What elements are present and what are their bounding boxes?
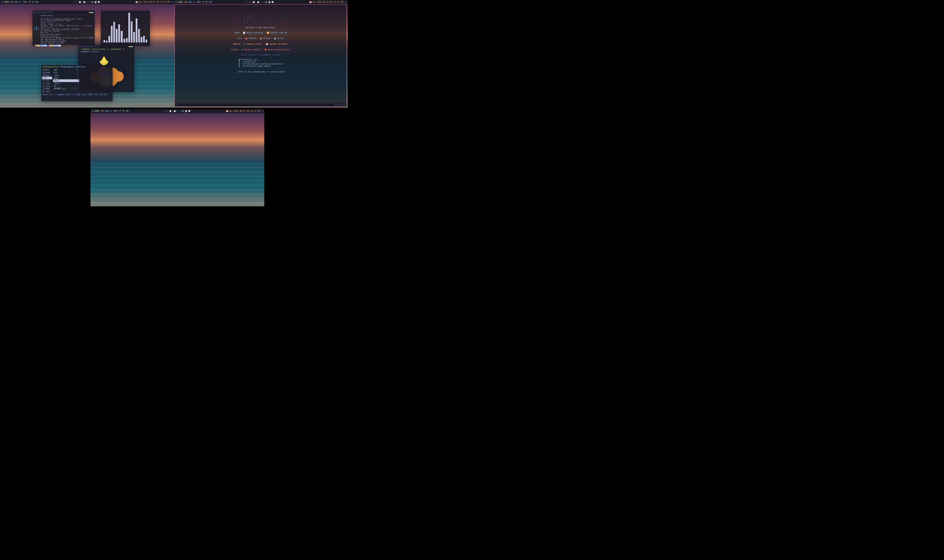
emacs-link[interactable]: Git bbox=[238, 37, 241, 40]
window-titlebar[interactable]: emmet@snowfire:~ bbox=[79, 45, 134, 48]
link-icon: 🍵 bbox=[274, 37, 278, 40]
list-item[interactable]: system bbox=[42, 71, 52, 74]
emacs-link[interactable]: Agenda calendar! bbox=[270, 43, 288, 45]
tray-icon[interactable]: ✏ bbox=[88, 1, 89, 3]
tray-icon[interactable]: 💾 bbox=[185, 110, 187, 112]
checkbox-icon[interactable]: ☑ bbox=[236, 71, 238, 73]
list-item[interactable]: LICEN… bbox=[42, 88, 52, 90]
list-item[interactable]: lang6 bbox=[53, 74, 79, 77]
emacs-link[interactable]: Agenda bbox=[233, 43, 240, 45]
list-item[interactable]: README.org2.62 K bbox=[53, 88, 79, 90]
tray-icon[interactable]: 📷 bbox=[91, 1, 94, 3]
emacs-link[interactable]: GitHub bbox=[249, 37, 256, 40]
ranger-col-current[interactable]: app10bin2lang6pkgs6shell2style4wm4README… bbox=[52, 69, 80, 93]
tray-icon[interactable]: 📷 bbox=[182, 110, 184, 112]
tray-icon[interactable]: ✏ bbox=[178, 110, 179, 112]
folder-icon: 🗎 bbox=[239, 63, 241, 65]
list-item[interactable]: i….org bbox=[42, 85, 52, 88]
project-item[interactable]: 🗎 ~/.dotfiles/ bbox=[239, 61, 283, 63]
tray-icon[interactable]: ∞ bbox=[275, 1, 276, 3]
tray-icon[interactable]: ⬚1 bbox=[72, 1, 74, 3]
close-icon[interactable] bbox=[79, 46, 81, 48]
tray-icon[interactable]: ∞ bbox=[101, 1, 102, 3]
tray-icon[interactable]: ⬚1 bbox=[162, 110, 165, 112]
ranger-col-parent[interactable]: profi…systemthemesuserf….lo…f….nixi….org… bbox=[42, 69, 52, 93]
emacs-link[interactable]: System config! bbox=[244, 49, 261, 51]
tray-icon[interactable]: 💾 bbox=[94, 1, 97, 3]
emacs-link[interactable]: Roam bbox=[234, 32, 239, 34]
bar-stat: 20% bbox=[105, 110, 108, 112]
terminal-neofetch[interactable]: emmet@snowfire emmet@snowfire ----------… bbox=[32, 11, 95, 45]
rainbow-icon bbox=[89, 12, 93, 13]
tray-icon[interactable]: 📋4 bbox=[174, 110, 177, 112]
emacs-link[interactable]: GitLab bbox=[263, 37, 270, 40]
svg-marker-4 bbox=[34, 29, 35, 29]
prompt-line: > pokemon-colorscripts -n crawdaunt -s bbox=[79, 48, 134, 51]
tray-icon[interactable]: 💬 bbox=[188, 110, 191, 112]
list-item[interactable]: wm4 bbox=[53, 85, 79, 88]
tray-icon[interactable]: 📋4 bbox=[83, 1, 87, 3]
emacs-link[interactable]: Doom documentation! bbox=[268, 49, 291, 51]
tray-icon[interactable]: ✏ bbox=[261, 1, 262, 3]
list-item[interactable]: pkgs6 bbox=[53, 77, 79, 79]
tray-icon[interactable]: 📋4 bbox=[257, 1, 261, 3]
emacs-link[interactable]: Switch roam db bbox=[270, 32, 287, 34]
tray-icon[interactable]: 📋3 bbox=[169, 110, 173, 112]
tray-icon[interactable]: ⚙ bbox=[89, 1, 91, 3]
close-icon[interactable] bbox=[34, 12, 35, 13]
list-item[interactable]: app10 bbox=[53, 69, 79, 71]
tray-icon[interactable]: ∞ bbox=[191, 110, 193, 112]
tray-icon[interactable]: 📷 bbox=[265, 1, 267, 3]
emacs-link[interactable]: Agenda todos! bbox=[247, 43, 262, 45]
tray-icon[interactable]: 📋3 bbox=[253, 1, 256, 3]
emacs-link-row-roam: [Roam] [📄 Notes overview] [🔁 Switch roam… bbox=[175, 31, 347, 34]
tray-icon[interactable]: ⟳2 bbox=[249, 1, 252, 3]
emacs-link[interactable]: Config bbox=[231, 49, 238, 51]
list-item[interactable]: bin2 bbox=[53, 71, 79, 74]
status-bar: ☀ 100%53%20%🎧 100%🎤 5%7% ⬚1⟳2📋3📋4✏⚙📷💾💬∞ … bbox=[0, 0, 174, 4]
list-item[interactable]: f….lo… bbox=[42, 79, 52, 82]
bar-stat: 🎧 100% bbox=[110, 110, 118, 112]
tray-icon[interactable]: ⚙ bbox=[263, 1, 265, 3]
tray-icon[interactable]: 💾 bbox=[268, 1, 271, 3]
list-item[interactable]: user bbox=[42, 77, 52, 79]
rocket-icon: 🚀 bbox=[239, 58, 241, 61]
status-bar: ☀ 100%53%20%🎧 100%🎤 5%7% ⬚1⟳2📋3📋4✏⚙📷💾💬∞ … bbox=[91, 109, 264, 113]
terminal-ranger[interactable]: emmet@snowfire /home/emmet/.dotfiles pro… bbox=[41, 65, 113, 101]
ranger-columns[interactable]: profi…systemthemesuserf….lo…f….nixi….org… bbox=[42, 69, 113, 93]
emacs-link[interactable]: Gitea bbox=[278, 37, 284, 40]
desktop-3: ☀ 100%53%20%🎧 100%🎤 5%7% ⬚1⟳2📋3📋4✏⚙📷💾💬∞ … bbox=[91, 109, 264, 206]
tray-icon[interactable]: ⟳2 bbox=[165, 110, 168, 112]
bar-sys-group: ☀ 100%53%20%🎧 100%🎤 5%7% bbox=[91, 110, 129, 112]
nixos-logo-icon bbox=[34, 15, 39, 42]
svg-marker-7 bbox=[35, 29, 37, 30]
tray-icon[interactable]: ⬚1 bbox=[246, 1, 248, 3]
tray-icon[interactable]: 💬 bbox=[97, 1, 100, 3]
list-item[interactable]: style4 bbox=[53, 82, 79, 85]
terminal-cava[interactable] bbox=[101, 11, 150, 46]
tray-icon[interactable]: ⟳2 bbox=[75, 1, 78, 3]
emacs-window[interactable]: _____ __ __ _ ____ ____ | ____|| \/ | / … bbox=[174, 4, 347, 107]
link-icon: ☰ bbox=[244, 43, 247, 45]
bar-stat: 53% bbox=[101, 110, 104, 112]
list-item[interactable]: f….nix bbox=[42, 82, 52, 85]
list-item[interactable]: themes bbox=[42, 74, 52, 77]
bar-power-icon[interactable]: ⏻ bbox=[171, 1, 173, 3]
tray-icon[interactable]: 💬 bbox=[271, 1, 274, 3]
modeline-path: ~/ bbox=[176, 104, 179, 106]
bar-power-icon[interactable]: ⏻ bbox=[261, 110, 263, 112]
bar-stat: ☀ 100% bbox=[91, 110, 100, 112]
bar-clock: 📅 Sun 2023-08-27 04:52:22 PM bbox=[136, 1, 170, 3]
tray-icon[interactable]: 📋3 bbox=[79, 1, 82, 3]
emacs-modeline: ~/ Dashboard bbox=[175, 103, 347, 106]
project-item[interactable]: 🗎 ~/Archive/nixos-config-screenshots/ bbox=[239, 63, 283, 65]
list-item[interactable]: shell2 bbox=[53, 79, 79, 82]
bar-clock: 📅 Sun 2023-08-27 04:52:22 PM bbox=[226, 110, 260, 112]
bar-power-icon[interactable]: ⏻ bbox=[345, 1, 347, 3]
tray-icon[interactable]: ⚙ bbox=[180, 110, 181, 112]
project-item[interactable]: 🗎 ~/Archive/nix-doom-emacs/ bbox=[239, 65, 283, 67]
list-item[interactable]: R….org bbox=[42, 90, 52, 93]
emacs-link[interactable]: Notes overview bbox=[247, 32, 263, 34]
window-titlebar[interactable]: emmet@snowfire bbox=[33, 11, 94, 14]
list-item[interactable]: profi… bbox=[42, 69, 52, 71]
